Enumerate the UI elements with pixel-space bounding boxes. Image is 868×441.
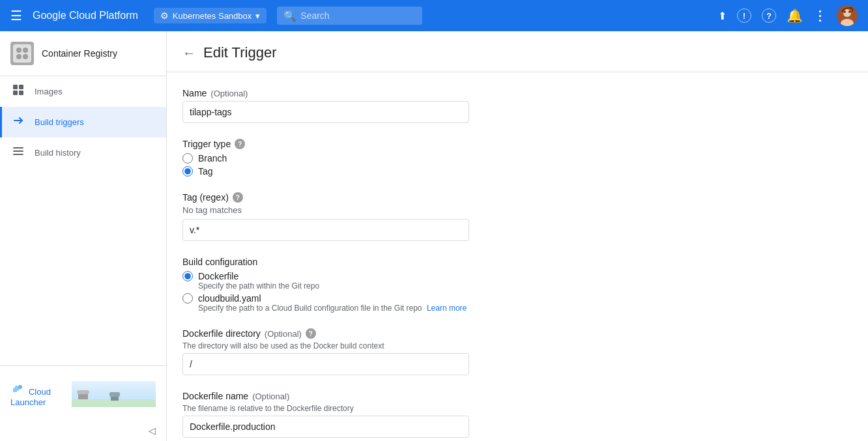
nav-icons: ⬆ ! ? 🔔 ⋮ [718, 5, 858, 26]
brand-title: Google Cloud Platform [33, 10, 138, 21]
svg-rect-10 [13, 85, 18, 89]
no-match-text: No tag matches [182, 205, 646, 215]
search-input[interactable] [277, 7, 422, 25]
trigger-type-tag[interactable]: Tag [182, 166, 646, 177]
dockerfile-dir-help-icon[interactable]: ? [306, 328, 316, 339]
svg-rect-23 [77, 390, 89, 394]
trigger-type-section: Trigger type ? Branch Tag [182, 139, 646, 177]
svg-rect-19 [13, 388, 17, 392]
sidebar-item-build-history[interactable]: Build history [0, 137, 166, 168]
dockerfile-option: Dockerfile Specify the path within the G… [182, 271, 646, 291]
build-history-icon [12, 145, 24, 160]
images-icon [12, 84, 24, 99]
build-triggers-icon [12, 115, 24, 130]
tag-regex-label: Tag (regex) ? [182, 192, 646, 203]
tag-regex-help-icon[interactable]: ? [233, 192, 243, 203]
trigger-type-label: Trigger type ? [182, 139, 646, 149]
notifications-icon[interactable]: 🔔 [787, 8, 803, 23]
collapse-sidebar-button[interactable]: ◁ [0, 420, 166, 441]
project-name: Kubernetes Sandbox [173, 11, 252, 21]
svg-rect-14 [13, 147, 23, 149]
sidebar-footer: Cloud Launcher [0, 365, 166, 420]
dockerfile-dir-optional: (Optional) [265, 329, 302, 339]
trigger-type-help-icon[interactable]: ? [235, 139, 245, 149]
build-config-radio-group: Dockerfile Specify the path within the G… [182, 271, 646, 313]
cloudbuild-radio-item[interactable]: cloudbuild.yaml [182, 293, 646, 304]
name-section: Name (Optional) [182, 88, 646, 123]
name-label: Name (Optional) [182, 88, 646, 98]
cloud-launcher-label [10, 386, 29, 397]
cloud-launcher[interactable]: Cloud Launcher [10, 374, 156, 412]
svg-point-4 [848, 10, 851, 13]
avatar[interactable] [837, 5, 858, 26]
sidebar-title: Container Registry [42, 48, 117, 59]
svg-rect-12 [13, 91, 18, 95]
sidebar-item-build-triggers[interactable]: Build triggers [0, 107, 166, 137]
search-wrap: 🔍 [277, 7, 590, 25]
cloudbuild-label: cloudbuild.yaml [198, 293, 261, 304]
dockerfile-dir-hint: The directory will also be used as the D… [182, 341, 646, 350]
svg-rect-16 [13, 154, 23, 155]
svg-point-6 [16, 48, 22, 53]
search-icon: 🔍 [283, 10, 297, 22]
build-config-section: Build configuration Dockerfile Specify t… [182, 257, 646, 313]
svg-point-1 [843, 9, 851, 17]
sidebar-nav: Images Build triggers [0, 76, 166, 365]
dockerfile-directory-label: Dockerfile directory (Optional) ? [182, 328, 646, 339]
sidebar-header: Container Registry [0, 31, 166, 76]
app-layout: Container Registry Images [0, 31, 868, 441]
sidebar-item-images-label: Images [35, 87, 63, 96]
chevron-down-icon: ▾ [255, 11, 260, 21]
upload-icon[interactable]: ⬆ [718, 10, 727, 22]
trigger-type-branch[interactable]: Branch [182, 153, 646, 164]
name-input[interactable] [182, 101, 469, 123]
tag-regex-input[interactable] [182, 219, 469, 241]
back-button[interactable]: ← [182, 46, 195, 61]
project-selector[interactable]: ⚙ Kubernetes Sandbox ▾ [154, 8, 267, 23]
edit-trigger-form: Name (Optional) Trigger type ? Branch [167, 72, 662, 441]
svg-rect-13 [19, 91, 23, 95]
branch-label: Branch [198, 153, 227, 164]
svg-rect-11 [19, 85, 23, 89]
svg-rect-25 [109, 392, 120, 397]
svg-point-18 [18, 385, 22, 389]
main-header: ← Edit Trigger [167, 31, 868, 72]
svg-point-9 [23, 54, 28, 59]
svg-point-3 [843, 10, 846, 13]
menu-icon[interactable]: ☰ [10, 8, 22, 23]
top-nav: ☰ Google Cloud Platform ⚙ Kubernetes San… [0, 0, 868, 31]
help-icon[interactable]: ? [762, 8, 776, 23]
svg-rect-15 [13, 150, 23, 152]
dockerfile-name-label: Dockerfile name (Optional) [182, 391, 646, 401]
tag-label: Tag [198, 166, 213, 177]
build-config-label: Build configuration [182, 257, 646, 267]
trigger-type-radio-group: Branch Tag [182, 153, 646, 177]
branch-radio[interactable] [182, 153, 193, 164]
learn-more-link[interactable]: Learn more [427, 304, 467, 313]
dockerfile-name-input[interactable] [182, 416, 469, 438]
svg-point-7 [23, 48, 28, 53]
dockerfile-radio[interactable] [182, 271, 193, 281]
sidebar: Container Registry Images [0, 31, 167, 441]
cloudbuild-description: Specify the path to a Cloud Build config… [198, 304, 646, 313]
page-title: Edit Trigger [203, 44, 277, 61]
tag-regex-section: Tag (regex) ? No tag matches [182, 192, 646, 241]
tag-radio[interactable] [182, 166, 193, 177]
cloudbuild-radio[interactable] [182, 293, 193, 304]
dockerfile-directory-section: Dockerfile directory (Optional) ? The di… [182, 328, 646, 375]
dockerfile-radio-item[interactable]: Dockerfile [182, 271, 646, 281]
dockerfile-name-hint: The filename is relative to the Dockerfi… [182, 404, 646, 413]
collapse-icon: ◁ [149, 425, 156, 436]
project-icon: ⚙ [160, 10, 169, 21]
name-optional: (Optional) [210, 89, 248, 98]
main-content: ← Edit Trigger Name (Optional) Trigger t… [167, 31, 868, 441]
sidebar-item-build-triggers-label: Build triggers [35, 117, 84, 127]
more-icon[interactable]: ⋮ [813, 8, 826, 23]
cloudbuild-option: cloudbuild.yaml Specify the path to a Cl… [182, 293, 646, 313]
sidebar-logo [10, 42, 34, 65]
dockerfile-description: Specify the path within the Git repo [198, 281, 646, 291]
sidebar-item-images[interactable]: Images [0, 76, 166, 107]
dockerfile-name-section: Dockerfile name (Optional) The filename … [182, 391, 646, 438]
dockerfile-directory-input[interactable] [182, 353, 469, 375]
alert-icon[interactable]: ! [737, 8, 751, 23]
